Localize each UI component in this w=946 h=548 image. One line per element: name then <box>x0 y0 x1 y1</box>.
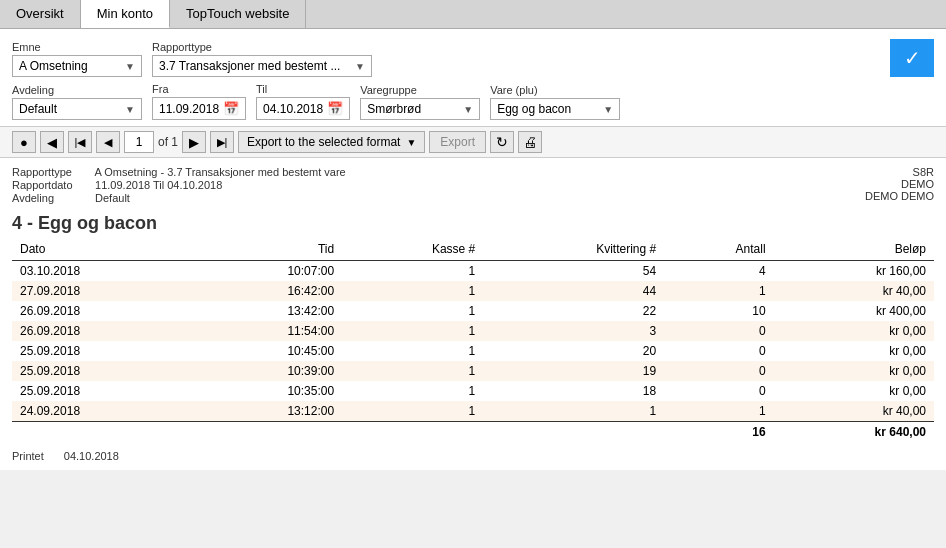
cell-kvittering: 54 <box>483 261 664 282</box>
refresh-icon: ↻ <box>496 134 508 150</box>
export-format-label: Export to the selected format <box>247 135 400 149</box>
cell-tid: 10:39:00 <box>193 361 342 381</box>
table-header-row: Dato Tid Kasse # Kvittering # Antall Bel… <box>12 238 934 261</box>
table-row: 25.09.2018 10:39:00 1 19 0 kr 0,00 <box>12 361 934 381</box>
cell-dato: 25.09.2018 <box>12 341 193 361</box>
print-icon: 🖨 <box>523 134 537 150</box>
til-input[interactable]: 04.10.2018 📅 <box>256 97 350 120</box>
total-antall: 16 <box>664 422 773 443</box>
cell-kvittering: 22 <box>483 301 664 321</box>
footer-date: 04.10.2018 <box>64 450 119 462</box>
main-content: Emne A Omsetning ▼ Rapporttype 3.7 Trans… <box>0 29 946 470</box>
table-row: 03.10.2018 10:07:00 1 54 4 kr 160,00 <box>12 261 934 282</box>
til-group: Til 04.10.2018 📅 <box>256 83 350 120</box>
varegruppe-dropdown[interactable]: Smørbrød ▼ <box>360 98 480 120</box>
nav-first-icon: ● <box>20 135 28 150</box>
avdeling-arrow-icon: ▼ <box>125 104 135 115</box>
meta-avdeling-value: Default <box>95 192 130 204</box>
cell-kvittering: 3 <box>483 321 664 341</box>
cell-tid: 10:35:00 <box>193 381 342 401</box>
cell-tid: 13:42:00 <box>193 301 342 321</box>
cell-antall: 1 <box>664 281 773 301</box>
vare-group: Vare (plu) Egg og bacon ▼ <box>490 84 620 120</box>
toolbar: ● ◀ |◀ ◀ of 1 ▶ ▶| Export to the selecte… <box>0 126 946 158</box>
cell-tid: 10:45:00 <box>193 341 342 361</box>
nav-end-icon: ▶| <box>217 136 228 149</box>
emne-arrow-icon: ▼ <box>125 61 135 72</box>
report-meta-left: Rapporttype A Omsetning - 3.7 Transaksjo… <box>12 166 346 205</box>
varegruppe-arrow-icon: ▼ <box>463 104 473 115</box>
cell-kasse: 1 <box>342 361 483 381</box>
fra-calendar-icon[interactable]: 📅 <box>223 101 239 116</box>
nav-end-button[interactable]: ▶| <box>210 131 234 153</box>
export-format-dropdown[interactable]: Export to the selected format ▼ <box>238 131 425 153</box>
fra-input[interactable]: 11.09.2018 📅 <box>152 97 246 120</box>
col-header-tid: Tid <box>193 238 342 261</box>
section-title: 4 - Egg og bacon <box>12 213 934 234</box>
page-of-label: of 1 <box>158 135 178 149</box>
nav-start-button[interactable]: |◀ <box>68 131 92 153</box>
avdeling-label: Avdeling <box>12 84 142 96</box>
page-number-input[interactable] <box>124 131 154 153</box>
tab-toptouch[interactable]: TopTouch website <box>170 0 306 28</box>
cell-belop: kr 40,00 <box>774 281 934 301</box>
report-footer: Printet 04.10.2018 <box>12 450 934 462</box>
vare-label: Vare (plu) <box>490 84 620 96</box>
til-calendar-icon[interactable]: 📅 <box>327 101 343 116</box>
avdeling-group: Avdeling Default ▼ <box>12 84 142 120</box>
meta-rapporttype: Rapporttype A Omsetning - 3.7 Transaksjo… <box>12 166 346 178</box>
table-row: 24.09.2018 13:12:00 1 1 1 kr 40,00 <box>12 401 934 422</box>
nav-first-button[interactable]: ● <box>12 131 36 153</box>
nav-forward-icon: ▶ <box>189 135 199 150</box>
fra-value: 11.09.2018 <box>159 102 219 116</box>
cell-kvittering: 20 <box>483 341 664 361</box>
refresh-button[interactable]: ↻ <box>490 131 514 153</box>
nav-prev-icon: ◀ <box>47 135 57 150</box>
emne-label: Emne <box>12 41 142 53</box>
report-meta: Rapporttype A Omsetning - 3.7 Transaksjo… <box>12 166 934 205</box>
fra-label: Fra <box>152 83 246 95</box>
varegruppe-label: Varegruppe <box>360 84 480 96</box>
meta-avdeling: Avdeling Default <box>12 192 346 204</box>
meta-avdeling-label: Avdeling <box>12 192 92 204</box>
vare-value: Egg og bacon <box>497 102 571 116</box>
cell-kvittering: 1 <box>483 401 664 422</box>
cell-antall: 4 <box>664 261 773 282</box>
fra-group: Fra 11.09.2018 📅 <box>152 83 246 120</box>
total-spacer <box>12 422 664 443</box>
emne-dropdown[interactable]: A Omsetning ▼ <box>12 55 142 77</box>
tab-oversikt[interactable]: Oversikt <box>0 0 81 28</box>
cell-belop: kr 0,00 <box>774 361 934 381</box>
print-button[interactable]: 🖨 <box>518 131 542 153</box>
emne-value: A Omsetning <box>19 59 88 73</box>
col-header-kasse: Kasse # <box>342 238 483 261</box>
til-value: 04.10.2018 <box>263 102 323 116</box>
cell-dato: 24.09.2018 <box>12 401 193 422</box>
cell-antall: 1 <box>664 401 773 422</box>
nav-forward-button[interactable]: ▶ <box>182 131 206 153</box>
rapporttype-group: Rapporttype 3.7 Transaksjoner med bestem… <box>152 41 372 77</box>
export-button[interactable]: Export <box>429 131 486 153</box>
total-row: 16 kr 640,00 <box>12 422 934 443</box>
cell-kasse: 1 <box>342 341 483 361</box>
varegruppe-group: Varegruppe Smørbrød ▼ <box>360 84 480 120</box>
cell-dato: 25.09.2018 <box>12 381 193 401</box>
cell-belop: kr 0,00 <box>774 381 934 401</box>
cell-kasse: 1 <box>342 301 483 321</box>
cell-dato: 26.09.2018 <box>12 301 193 321</box>
cell-antall: 0 <box>664 341 773 361</box>
table-row: 26.09.2018 13:42:00 1 22 10 kr 400,00 <box>12 301 934 321</box>
tab-min-konto[interactable]: Min konto <box>81 0 170 28</box>
nav-back-button[interactable]: ◀ <box>96 131 120 153</box>
avdeling-dropdown[interactable]: Default ▼ <box>12 98 142 120</box>
meta-rapportdato: Rapportdato 11.09.2018 Til 04.10.2018 <box>12 179 346 191</box>
cell-antall: 0 <box>664 361 773 381</box>
vare-arrow-icon: ▼ <box>603 104 613 115</box>
vare-dropdown[interactable]: Egg og bacon ▼ <box>490 98 620 120</box>
cell-kasse: 1 <box>342 261 483 282</box>
rapporttype-dropdown[interactable]: 3.7 Transaksjoner med bestemt ... ▼ <box>152 55 372 77</box>
nav-prev-button[interactable]: ◀ <box>40 131 64 153</box>
confirm-button[interactable]: ✓ <box>890 39 934 77</box>
meta-rapporttype-value: A Omsetning - 3.7 Transaksjoner med best… <box>94 166 345 178</box>
table-row: 27.09.2018 16:42:00 1 44 1 kr 40,00 <box>12 281 934 301</box>
